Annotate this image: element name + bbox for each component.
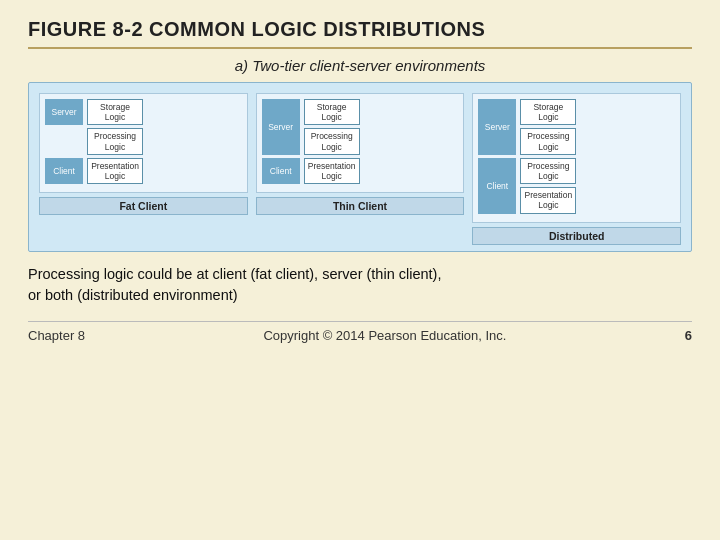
- footer: Chapter 8 Copyright © 2014 Pearson Educa…: [28, 321, 692, 343]
- dist-server-label: Server: [478, 99, 516, 155]
- footer-chapter: Chapter 8: [28, 328, 85, 343]
- description-line1: Processing logic could be at client (fat…: [28, 266, 441, 282]
- title-divider: [28, 47, 692, 49]
- dist-server-row: Server StorageLogic ProcessingLogic: [478, 99, 675, 155]
- dist-processing-client-box: ProcessingLogic: [520, 158, 576, 184]
- thin-server-label: Server: [262, 99, 300, 155]
- footer-copyright: Copyright © 2014 Pearson Education, Inc.: [263, 328, 506, 343]
- thin-processing-box: ProcessingLogic: [304, 128, 360, 154]
- dist-storage-box: StorageLogic: [520, 99, 576, 125]
- page: FIGURE 8-2 COMMON LOGIC DISTRIBUTIONS a)…: [0, 0, 720, 540]
- thin-presentation-box: PresentationLogic: [304, 158, 360, 184]
- dist-client-label: Client: [478, 158, 516, 214]
- fat-server-label: Server: [45, 99, 83, 125]
- diagram-container: Server StorageLogic ProcessingLogic Clie…: [28, 82, 692, 252]
- distributed-bar-label: Distributed: [472, 227, 681, 245]
- thin-client-column: Server StorageLogic ProcessingLogic Clie…: [256, 93, 465, 245]
- fat-client-row: Client PresentationLogic: [45, 158, 242, 184]
- description-line2: or both (distributed environment): [28, 287, 238, 303]
- distributed-diagram: Server StorageLogic ProcessingLogic Clie…: [472, 93, 681, 223]
- fat-server-row: Server StorageLogic: [45, 99, 242, 125]
- dist-presentation-box: PresentationLogic: [520, 187, 576, 213]
- dist-processing-server-box: ProcessingLogic: [520, 128, 576, 154]
- thin-client-bar-label: Thin Client: [256, 197, 465, 215]
- footer-page-number: 6: [685, 328, 692, 343]
- subtitle: a) Two-tier client-server environments: [28, 57, 692, 74]
- thin-client-row: Client PresentationLogic: [262, 158, 459, 184]
- fat-presentation-box: PresentationLogic: [87, 158, 143, 184]
- fat-processing-box: ProcessingLogic: [87, 128, 143, 154]
- fat-client-label: Client: [45, 158, 83, 184]
- thin-client-label: Client: [262, 158, 300, 184]
- distributed-column: Server StorageLogic ProcessingLogic Clie…: [472, 93, 681, 245]
- fat-processing-row: ProcessingLogic: [87, 128, 242, 154]
- description: Processing logic could be at client (fat…: [28, 264, 692, 308]
- thin-client-diagram: Server StorageLogic ProcessingLogic Clie…: [256, 93, 465, 193]
- fat-client-bar-label: Fat Client: [39, 197, 248, 215]
- thin-server-row: Server StorageLogic ProcessingLogic: [262, 99, 459, 155]
- dist-client-row: Client ProcessingLogic PresentationLogic: [478, 158, 675, 214]
- thin-storage-box: StorageLogic: [304, 99, 360, 125]
- fat-storage-box: StorageLogic: [87, 99, 143, 125]
- page-title: FIGURE 8-2 COMMON LOGIC DISTRIBUTIONS: [28, 18, 692, 41]
- fat-client-diagram: Server StorageLogic ProcessingLogic Clie…: [39, 93, 248, 193]
- fat-client-column: Server StorageLogic ProcessingLogic Clie…: [39, 93, 248, 245]
